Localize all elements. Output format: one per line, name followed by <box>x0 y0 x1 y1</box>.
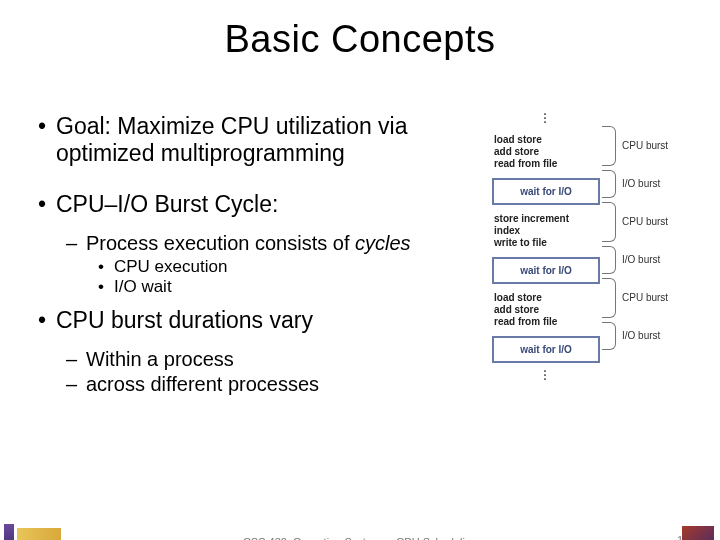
io-wait-box-1: wait for I/O <box>492 178 600 205</box>
bullet-goal: •Goal: Maximize CPU utilization via opti… <box>38 113 468 167</box>
slide-title: Basic Concepts <box>0 18 720 61</box>
io-wait-box-2: wait for I/O <box>492 257 600 284</box>
brace-icon <box>602 202 616 242</box>
bullet-cycle: •CPU–I/O Burst Cycle: <box>38 191 468 218</box>
label-cpu-burst-1: CPU burst <box>622 140 668 151</box>
slide: Basic Concepts •Goal: Maximize CPU utili… <box>0 18 720 540</box>
bullet-io-wait-text: I/O wait <box>114 277 172 297</box>
bullet-cycle-sub: –Process execution consists of cycles <box>66 232 468 255</box>
bullet-vary-s1: –Within a process <box>66 348 468 371</box>
brace-icon <box>602 170 616 198</box>
io-wait-box-3: wait for I/O <box>492 336 600 363</box>
vdots-icon: ··· <box>492 365 600 385</box>
label-cpu-burst-2: CPU burst <box>622 216 668 227</box>
label-io-burst-1: I/O burst <box>622 178 660 189</box>
textbook-thumbnail <box>682 526 714 540</box>
bullet-vary-text: CPU burst durations vary <box>56 307 313 334</box>
burst-diagram: ··· load store add store read from file … <box>492 108 692 478</box>
brace-icon <box>602 278 616 318</box>
bullet-vary-s2: –across different processes <box>66 373 468 396</box>
label-cpu-burst-3: CPU burst <box>622 292 668 303</box>
label-io-burst-3: I/O burst <box>622 330 660 341</box>
bullet-cycle-sub-italic: cycles <box>355 232 411 254</box>
diagram-left-col: ··· load store add store read from file … <box>492 108 600 385</box>
bullet-vary-s2-text: across different processes <box>86 373 319 396</box>
label-io-burst-2: I/O burst <box>622 254 660 265</box>
brace-icon <box>602 322 616 350</box>
bullet-vary-s1-text: Within a process <box>86 348 234 371</box>
bullet-cycle-text: CPU–I/O Burst Cycle: <box>56 191 278 218</box>
instr-block-2: store increment index write to file <box>492 207 600 255</box>
bullet-cycle-sub-text: Process execution consists of <box>86 232 355 254</box>
bullet-cpu-exec: •CPU execution <box>98 257 468 277</box>
bullet-cpu-exec-text: CPU execution <box>114 257 227 277</box>
instr-block-1: load store add store read from file <box>492 128 600 176</box>
vdots-icon: ··· <box>492 108 600 128</box>
uwb-css-logo: CSS <box>4 522 90 540</box>
bullet-vary: •CPU burst durations vary <box>38 307 468 334</box>
instr-block-3: load store add store read from file <box>492 286 600 334</box>
brace-icon <box>602 246 616 274</box>
bullet-goal-text: Goal: Maximize CPU utilization via optim… <box>56 113 468 167</box>
slide-body: •Goal: Maximize CPU utilization via opti… <box>38 113 468 398</box>
bullet-io-wait: •I/O wait <box>98 277 468 297</box>
brace-icon <box>602 126 616 166</box>
footer-text: CSS 430: Operating Systems - CPU Schedul… <box>0 536 720 540</box>
